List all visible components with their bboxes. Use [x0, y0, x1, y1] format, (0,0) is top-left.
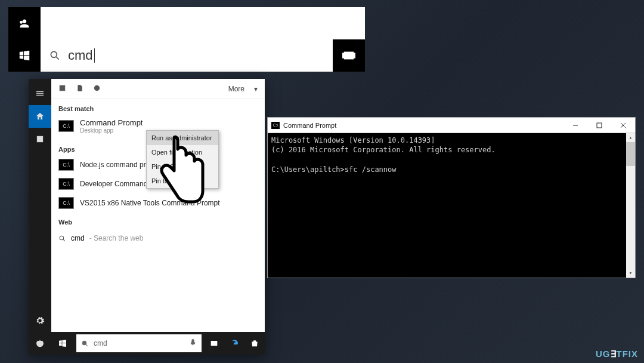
taskview-small[interactable]	[204, 332, 224, 355]
windows-icon	[18, 49, 31, 62]
search-icon	[81, 340, 89, 347]
cmd-app-icon: C:\	[58, 120, 74, 132]
context-menu: Run as administrator Open file location …	[146, 130, 219, 189]
web-query: cmd	[71, 234, 85, 242]
cmd-titlebar[interactable]: C:\ Command Prompt	[268, 118, 635, 133]
svg-rect-17	[597, 123, 602, 128]
minimize-button[interactable]	[564, 118, 587, 133]
app-name: VS2015 x86 Native Tools Command Prompt	[80, 199, 220, 207]
best-match-title: Command Prompt	[80, 118, 143, 127]
edge-icon	[230, 339, 239, 348]
svg-line-1	[57, 57, 59, 60]
filter-web-icon[interactable]	[93, 84, 101, 94]
start-search-box[interactable]: cmd	[76, 334, 202, 352]
search-input-area[interactable]: cmd	[41, 39, 333, 72]
scroll-down-icon[interactable]: ▾	[626, 269, 635, 278]
ctx-pin-to-start[interactable]: Pin to Start	[147, 159, 218, 174]
ctx-open-file-location[interactable]: Open file location	[147, 145, 218, 159]
start-search-value: cmd	[94, 339, 107, 347]
svg-rect-4	[353, 53, 355, 57]
ctx-pin-to-taskbar[interactable]: Pin to taskbar	[147, 174, 218, 188]
cmd-body[interactable]: Microsoft Windows [Version 10.0.14393] (…	[268, 133, 635, 278]
start-body: More ▾ Best match C:\ Command Prompt Des…	[51, 79, 265, 355]
text-cursor	[94, 48, 95, 63]
cmd-app-icon: C:\	[58, 197, 74, 209]
rail-power[interactable]	[29, 332, 51, 355]
svg-point-10	[60, 236, 64, 240]
chevron-down-icon: ▾	[254, 85, 258, 93]
app-row[interactable]: C:\ VS2015 x86 Native Tools Command Prom…	[51, 193, 265, 213]
web-label: Web	[51, 213, 265, 228]
task-view-icon	[342, 49, 355, 62]
svg-rect-5	[37, 136, 42, 141]
top-search-bar: cmd	[8, 7, 365, 72]
apps-icon	[35, 134, 45, 144]
people-icon	[18, 17, 31, 30]
cmd-title-text: Command Prompt	[283, 122, 336, 129]
svg-line-13	[86, 344, 88, 346]
command-prompt-window: C:\ Command Prompt Microsoft Windows [Ve…	[267, 117, 636, 278]
rail-settings[interactable]	[29, 309, 51, 332]
start-button-small[interactable]	[51, 332, 74, 355]
task-view-button[interactable]	[333, 39, 365, 72]
people-icon-box[interactable]	[8, 7, 41, 39]
ctx-run-as-admin[interactable]: Run as administrator	[147, 131, 218, 145]
close-button[interactable]	[611, 118, 635, 133]
rail-home[interactable]	[29, 105, 51, 128]
svg-rect-3	[343, 53, 345, 57]
svg-rect-2	[345, 53, 354, 59]
cmd-scrollbar[interactable]: ▴ ▾	[626, 133, 635, 278]
cmd-app-icon: C:\	[58, 178, 74, 190]
task-view-icon	[209, 339, 219, 348]
start-button[interactable]	[8, 39, 41, 72]
svg-line-11	[63, 239, 65, 241]
best-match-label: Best match	[51, 99, 265, 115]
search-icon	[49, 50, 61, 61]
start-rail	[29, 79, 51, 355]
scroll-up-icon[interactable]: ▴	[626, 133, 635, 142]
web-search-row[interactable]: cmd - Search the web	[51, 228, 265, 248]
watermark: UG∃TFIX	[596, 349, 638, 359]
start-bottom-bar: cmd	[51, 332, 265, 355]
best-match-subtitle: Desktop app	[80, 127, 143, 134]
scroll-thumb[interactable]	[626, 142, 635, 166]
svg-point-12	[82, 341, 86, 345]
filter-apps-icon[interactable]	[58, 84, 66, 94]
start-filter-head: More ▾	[51, 79, 265, 99]
svg-point-0	[51, 51, 57, 57]
home-icon	[35, 112, 45, 121]
svg-rect-8	[60, 85, 65, 91]
hamburger-icon	[35, 89, 45, 99]
power-icon	[35, 339, 45, 348]
edge-button[interactable]	[224, 332, 244, 355]
gear-icon	[35, 316, 45, 325]
filter-more[interactable]: More	[228, 85, 244, 93]
rail-apps[interactable]	[29, 128, 51, 150]
top-white-upper	[41, 7, 365, 39]
filter-docs-icon[interactable]	[76, 84, 83, 94]
mic-icon[interactable]	[189, 339, 197, 348]
cmd-output: Microsoft Windows [Version 10.0.14393] (…	[271, 136, 631, 174]
maximize-button[interactable]	[587, 118, 611, 133]
windows-icon	[58, 339, 67, 348]
search-value: cmd	[68, 48, 93, 63]
start-menu-panel: More ▾ Best match C:\ Command Prompt Des…	[29, 79, 265, 355]
store-button[interactable]	[244, 332, 265, 355]
svg-rect-15	[211, 342, 216, 346]
cmd-app-icon: C:\	[58, 159, 74, 171]
cmd-window-icon: C:\	[271, 122, 280, 129]
store-icon	[250, 339, 259, 348]
search-icon	[58, 235, 66, 242]
web-hint: - Search the web	[89, 234, 144, 242]
rail-menu[interactable]	[29, 82, 51, 105]
